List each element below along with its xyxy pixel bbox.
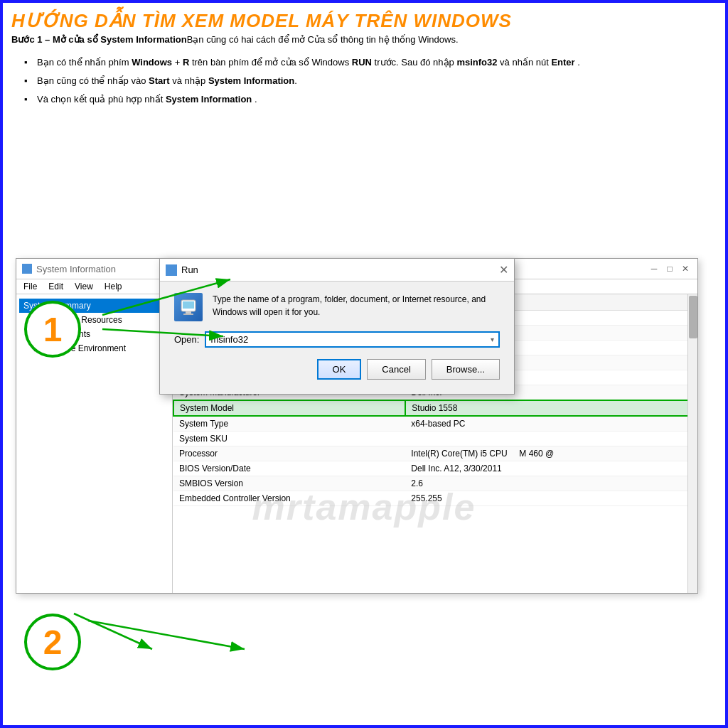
subtitle-rest: Bạn cũng có hai cách để mở Cửa sổ thông … [187,34,459,45]
sysinfo-minimize-button[interactable]: ─ [648,262,660,275]
run-dialog-description: Type the name of a program, folder, docu… [174,293,500,321]
svg-line-8 [74,614,152,649]
row-value: Intel(R) Core(TM) i5 CPU M 460 @ [405,446,697,461]
step-1-number: 1 [43,310,63,349]
instruction-item-3: Và chọn kết quả phù hợp nhất System Info… [24,92,711,107]
sysinfo-scrollbar[interactable] [687,294,697,593]
row-item-system-model: System Model [173,400,405,416]
header-subtitle: Bước 1 – Mở cửa sổ System InformationBạn… [11,33,717,46]
menu-edit[interactable]: Edit [48,282,63,291]
sysinfo-close-button[interactable]: ✕ [679,262,692,275]
table-row: Embedded Controller Version 255.255 [173,491,697,506]
run-dialog-big-icon [174,293,203,321]
row-value-system-model: Studio 1558 [405,400,697,416]
header: HƯỚNG DẪN TÌM XEM MODEL MÁY TRÊN WINDOWS… [3,3,725,49]
run-icon-svg [178,297,198,317]
table-row: BIOS Version/Date Dell Inc. A12, 3/30/20… [173,461,697,476]
run-input-wrapper[interactable]: ▾ [205,331,500,348]
run-dialog-title-left: Run [166,264,198,276]
instructions-section: Bạn có thể nhấn phím Windows + R trên bà… [3,49,725,116]
run-open-label: Open: [174,334,199,345]
svg-rect-2 [186,311,191,314]
row-value: 255.255 [405,491,697,506]
svg-rect-1 [183,301,194,309]
menu-help[interactable]: Help [105,282,122,291]
step-2-circle: 2 [24,614,81,670]
row-value: Dell Inc. A12, 3/30/2011 [405,461,697,476]
run-open-row: Open: ▾ [174,331,500,348]
row-item: Embedded Controller Version [173,491,405,506]
instruction-item-2: Bạn cũng có thể nhấp vào Start và nhập S… [24,73,711,89]
sysinfo-window-buttons: ─ □ ✕ [648,262,692,275]
row-item: System SKU [173,432,405,446]
svg-line-9 [88,621,245,649]
sysinfo-titlebar-left: System Information [22,264,116,274]
table-row: Processor Intel(R) Core(TM) i5 CPU M 460… [173,446,697,461]
sysinfo-window-title: System Information [36,264,116,274]
screenshots-area: Run ✕ Type the name of a program, folder… [3,258,725,728]
run-dialog-close-button[interactable]: ✕ [499,263,508,277]
table-row: SMBIOS Version 2.6 [173,476,697,491]
row-value [405,432,697,446]
row-value: x64-based PC [405,416,697,432]
run-dialog-body: Type the name of a program, folder, docu… [160,282,514,394]
subtitle-bold: Bước 1 – Mở cửa sổ System Information [11,34,187,45]
run-input-field[interactable] [210,334,491,345]
run-dropdown-arrow-icon[interactable]: ▾ [491,336,494,343]
row-item: SMBIOS Version [173,476,405,491]
row-item: BIOS Version/Date [173,461,405,476]
run-ok-button[interactable]: OK [317,359,362,380]
step-1-circle: 1 [24,301,81,358]
sysinfo-title-icon [22,264,32,274]
svg-rect-3 [183,314,193,315]
run-dialog: Run ✕ Type the name of a program, folder… [159,258,515,395]
run-title-icon [166,264,177,276]
instructions-list: Bạn có thể nhấn phím Windows + R trên bà… [17,55,711,107]
run-cancel-button[interactable]: Cancel [367,359,425,380]
row-item: Processor [173,446,405,461]
page-title: HƯỚNG DẪN TÌM XEM MODEL MÁY TRÊN WINDOWS [11,10,717,32]
sysinfo-restore-button[interactable]: □ [663,262,676,275]
sysinfo-scrollbar-thumb [689,296,697,338]
table-row: System Type x64-based PC [173,416,697,432]
run-dialog-text: Type the name of a program, folder, docu… [213,293,500,318]
table-row: System SKU [173,432,697,446]
step-2-number: 2 [43,623,63,662]
run-dialog-titlebar: Run ✕ [160,259,514,282]
run-buttons: OK Cancel Browse... [174,359,500,380]
row-value: 2.6 [405,476,697,491]
menu-file[interactable]: File [23,282,37,291]
run-browse-button[interactable]: Browse... [432,359,500,380]
menu-view[interactable]: View [75,282,93,291]
table-row-highlighted: System Model Studio 1558 [173,400,697,416]
instruction-item-1: Bạn có thể nhấn phím Windows + R trên bà… [24,55,711,70]
run-dialog-title-text: Run [181,264,198,275]
row-item: System Type [173,416,405,432]
